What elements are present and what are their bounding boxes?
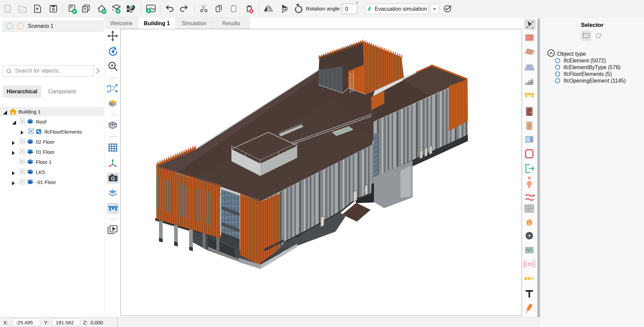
svg-text:-01 Floor: -01 Floor	[36, 179, 56, 185]
svg-text:02 Floor: 02 Floor	[36, 139, 54, 145]
svg-text:LK5: LK5	[36, 169, 45, 175]
svg-text:IfcFloorElements: IfcFloorElements	[44, 129, 82, 135]
svg-text:Floor 1: Floor 1	[36, 159, 52, 165]
svg-text:Building 1: Building 1	[18, 109, 41, 114]
svg-text:Roof: Roof	[36, 119, 47, 125]
svg-text:01 Floor: 01 Floor	[36, 149, 54, 155]
